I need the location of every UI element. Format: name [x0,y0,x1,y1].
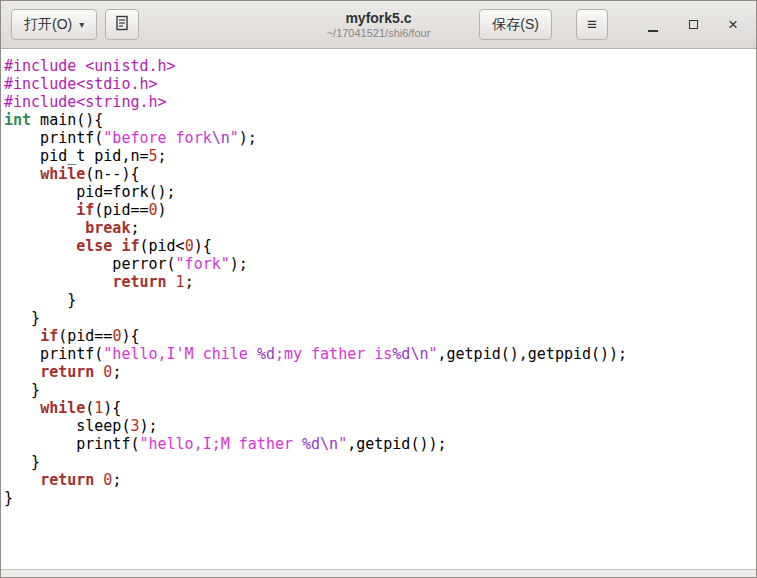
code-token: #include<stdio.h> [4,75,158,93]
code-token: ); [239,129,257,147]
code-token: "hello,I'M chile [103,345,257,363]
code-token: if [121,237,139,255]
minimize-icon [648,30,658,32]
headerbar: 打开(O) ▾ myfork5.c ~/17041521/shi6/four [1,1,756,49]
code-token [4,219,85,237]
code-token: (n--){ [85,165,139,183]
code-token: ; [112,471,121,489]
open-button[interactable]: 打开(O) ▾ [11,9,97,40]
code-token: " [338,435,347,453]
code-token: printf( [4,435,139,453]
code-token: while [40,165,85,183]
code-token: } [4,309,40,327]
new-document-icon [114,15,130,34]
window-bottom-edge [1,569,756,577]
text-editor[interactable]: #include <unistd.h>#include<stdio.h>#inc… [1,49,756,569]
code-token: } [4,489,13,507]
code-line: while(1){ [4,399,756,417]
code-line: pid_t pid,n=5; [4,147,756,165]
code-token: while [40,399,85,417]
code-token: printf( [4,345,103,363]
code-token [94,471,103,489]
code-line: return 0; [4,471,756,489]
window-subtitle: ~/17041521/shi6/four [327,27,431,40]
code-token: ) [158,201,167,219]
code-token: \n [212,129,230,147]
code-line: int main(){ [4,111,756,129]
gedit-window: 打开(O) ▾ myfork5.c ~/17041521/shi6/four [0,0,757,578]
code-token: "hello,I;M father [139,435,302,453]
code-token: pid=fork(); [4,183,176,201]
close-button[interactable]: × [720,12,746,38]
code-line: printf("before fork\n"); [4,129,756,147]
code-token: ; [185,273,194,291]
code-line: #include<stdio.h> [4,75,756,93]
code-token: } [4,291,76,309]
code-token: (pid== [94,201,148,219]
new-document-button[interactable] [105,9,139,40]
menu-button[interactable]: ≡ [576,9,608,40]
code-token: break [85,219,130,237]
code-token: return [40,363,94,381]
code-token: int [4,111,31,129]
code-token: return [40,471,94,489]
code-token: ,getpid(),getppid()); [438,345,628,363]
code-token: %d\n [302,435,338,453]
code-line: pid=fork(); [4,183,756,201]
code-line: return 0; [4,363,756,381]
code-token [4,327,40,345]
code-token [94,363,103,381]
code-token: printf( [4,129,103,147]
code-token: ,getpid()); [347,435,446,453]
maximize-icon [689,20,698,29]
code-line: while(n--){ [4,165,756,183]
chevron-down-icon: ▾ [79,19,84,30]
code-line: } [4,291,756,309]
code-token: if [76,201,94,219]
code-token: ){ [103,399,121,417]
code-token: ; [158,147,167,165]
hamburger-icon: ≡ [587,15,597,35]
code-token: 1 [94,399,103,417]
code-token [4,399,40,417]
code-token: #include <unistd.h> [4,57,176,75]
code-line: else if(pid<0){ [4,237,756,255]
code-line: } [4,381,756,399]
code-token: " [428,345,437,363]
code-line: } [4,489,756,507]
code-token: return [112,273,166,291]
code-token: %d [257,345,275,363]
code-token: ){ [121,327,139,345]
code-token [4,237,76,255]
code-line: #include <unistd.h> [4,57,756,75]
code-token: if [40,327,58,345]
code-token: sleep( [4,417,130,435]
headerbar-right: 保存(S) ≡ × [479,9,746,40]
code-line: #include<string.h> [4,93,756,111]
code-area: #include <unistd.h>#include<stdio.h>#inc… [1,49,756,507]
code-token [4,165,40,183]
code-line: } [4,309,756,327]
code-token [4,363,40,381]
code-token: ; [130,219,139,237]
window-controls: × [626,12,746,38]
code-line: } [4,453,756,471]
code-line: break; [4,219,756,237]
code-token: perror( [4,255,176,273]
minimize-button[interactable] [640,12,666,38]
code-line: if(pid==0){ [4,327,756,345]
open-button-label: 打开(O) [24,16,72,34]
code-line: if(pid==0) [4,201,756,219]
code-token: 5 [149,147,158,165]
code-token: (pid< [139,237,184,255]
code-token: (pid== [58,327,112,345]
code-token: %d\n [392,345,428,363]
maximize-button[interactable] [680,12,706,38]
code-token: #include<string.h> [4,93,167,111]
code-token: "before fork [103,129,211,147]
code-token: } [4,381,40,399]
save-button[interactable]: 保存(S) [479,9,552,40]
code-line: printf("hello,I;M father %d\n",getpid())… [4,435,756,453]
code-line: printf("hello,I'M chile %d;my father is%… [4,345,756,363]
code-token: 1 [176,273,185,291]
